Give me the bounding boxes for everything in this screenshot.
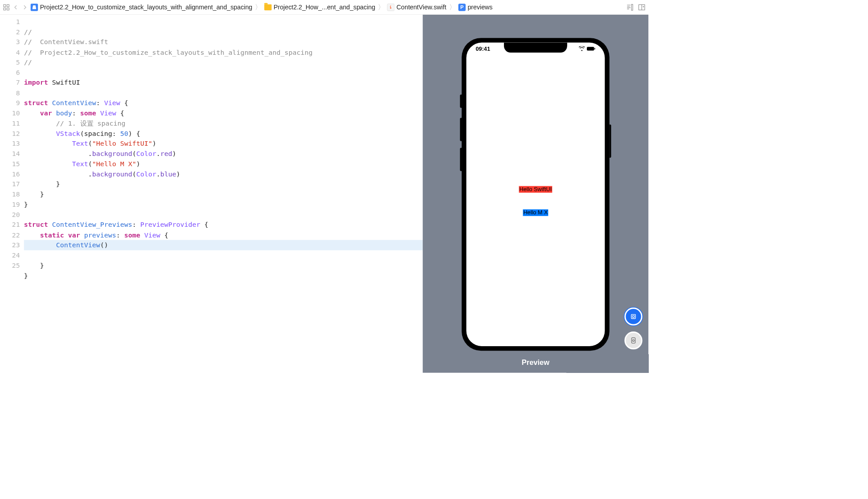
code-area[interactable]: // // ContentView.swift // Project2.2_Ho…: [24, 15, 423, 373]
svg-rect-13: [587, 47, 594, 50]
code-prop: blue: [160, 170, 176, 178]
breadcrumb-folder[interactable]: Project2.2_How_...ent_and_spacing: [264, 4, 375, 11]
code-pad: [24, 129, 56, 137]
breadcrumb-symbol-label: previews: [467, 4, 492, 11]
code-pad: [24, 241, 56, 249]
line-number: 1: [0, 16, 20, 27]
code-punct: {: [116, 109, 124, 117]
code-punct: ): [176, 170, 180, 178]
code-punct: (): [100, 241, 108, 249]
line-number: 7: [0, 78, 20, 88]
preview-canvas[interactable]: 09:41 Hello SwiftUI Hello M X Pre: [423, 15, 648, 373]
breadcrumb-sep-icon: 〉: [254, 3, 262, 12]
line-number: 19: [0, 199, 20, 209]
code-pad: [24, 139, 72, 147]
code-typename: ContentView: [52, 99, 96, 107]
breadcrumb-file-label: ContentView.swift: [397, 4, 446, 11]
nav-back-icon[interactable]: [12, 4, 19, 11]
code-pad: .: [24, 150, 92, 158]
code-typename: ContentView_Previews: [52, 221, 132, 229]
svg-rect-15: [631, 315, 636, 319]
svg-rect-0: [4, 4, 6, 7]
breadcrumb-file[interactable]: ⤹ ContentView.swift: [387, 4, 446, 11]
code-keyword: struct: [24, 99, 52, 107]
code-editor[interactable]: 1 2 3 4 5 6 7 8 9 10 11 12 13 14 15 16 1…: [0, 15, 423, 373]
minimap-icon[interactable]: [626, 3, 634, 11]
code-keyword: var: [68, 231, 84, 239]
code-punct: (: [132, 150, 136, 158]
code-punct: (: [88, 139, 92, 147]
breadcrumb-symbol[interactable]: P previews: [459, 4, 493, 11]
phone-power-button: [610, 124, 611, 158]
code-keyword: some: [124, 231, 144, 239]
line-number: 10: [0, 108, 20, 118]
code-type: Text: [72, 139, 88, 147]
related-items-icon[interactable]: [3, 4, 10, 11]
line-number: 24: [0, 250, 20, 260]
code-brace: }: [24, 261, 44, 269]
line-number: 17: [0, 179, 20, 189]
breadcrumb-project-label: Project2.2_How_to_customize_stack_layout…: [40, 4, 253, 11]
svg-rect-8: [631, 4, 633, 10]
breadcrumb-folder-label: Project2.2_How_...ent_and_spacing: [274, 4, 375, 11]
svg-rect-14: [594, 48, 595, 50]
code-typename: ContentView: [56, 241, 100, 249]
code-punct: ): [152, 139, 156, 147]
code-pad: [24, 119, 56, 127]
code-punct: .: [156, 170, 160, 178]
code-type: VStack: [56, 129, 80, 137]
code-punct: ) {: [128, 129, 140, 137]
line-number: 15: [0, 159, 20, 169]
breadcrumb-project[interactable]: Project2.2_How_to_customize_stack_layout…: [31, 4, 252, 11]
line-number: 22: [0, 230, 20, 240]
code-comment: ContentView.swift: [40, 38, 108, 46]
device-frame: 09:41 Hello SwiftUI Hello M X: [462, 38, 610, 351]
preview-on-device-button[interactable]: [624, 331, 642, 349]
code-module: SwiftUI: [48, 78, 80, 86]
breadcrumb-sep-icon: 〉: [448, 3, 456, 12]
code-punct: {: [201, 221, 209, 229]
svg-rect-1: [7, 4, 9, 7]
line-number: 9: [0, 98, 20, 108]
code-punct: :: [96, 99, 104, 107]
code-protocol: PreviewProvider: [140, 221, 201, 229]
code-method: background: [92, 170, 132, 178]
code-punct: (: [88, 160, 92, 168]
code-punct: ): [172, 150, 176, 158]
line-number: 20: [0, 209, 20, 220]
code-method: background: [92, 150, 132, 158]
device-screen: 09:41 Hello SwiftUI Hello M X: [467, 43, 605, 346]
code-pad: [24, 160, 72, 168]
code-type: Text: [72, 160, 88, 168]
code-punct: :: [116, 231, 124, 239]
code-brace: }: [24, 190, 44, 198]
status-time: 09:41: [475, 46, 490, 53]
line-number: 3: [0, 37, 20, 47]
code-type: View: [144, 231, 160, 239]
nav-forward-icon[interactable]: [21, 4, 29, 11]
line-number: 13: [0, 139, 20, 149]
code-punct: ): [136, 160, 140, 168]
code-comment: // 1. 设置 spacing: [56, 119, 126, 127]
line-number: 14: [0, 149, 20, 159]
line-number: 11: [0, 118, 20, 128]
line-number: 2: [0, 27, 20, 37]
code-keyword: static: [24, 231, 68, 239]
code-type: View: [100, 109, 116, 117]
device-notch: [504, 43, 567, 53]
line-number: 21: [0, 220, 20, 230]
code-punct: {: [120, 99, 128, 107]
live-preview-button[interactable]: [624, 307, 642, 325]
add-editor-icon[interactable]: [638, 3, 646, 11]
svg-rect-16: [632, 315, 634, 317]
code-punct: (spacing:: [80, 129, 120, 137]
toolbar-right: [626, 3, 646, 11]
code-punct: {: [160, 231, 168, 239]
line-number: 6: [0, 67, 20, 78]
line-number: 23: [0, 240, 20, 250]
code-string: "Hello SwiftUI": [92, 139, 152, 147]
breadcrumb-sep-icon: 〉: [377, 3, 385, 12]
line-number: 5: [0, 57, 20, 67]
line-gutter: 1 2 3 4 5 6 7 8 9 10 11 12 13 14 15 16 1…: [0, 15, 24, 373]
code-comment: //: [24, 48, 40, 56]
